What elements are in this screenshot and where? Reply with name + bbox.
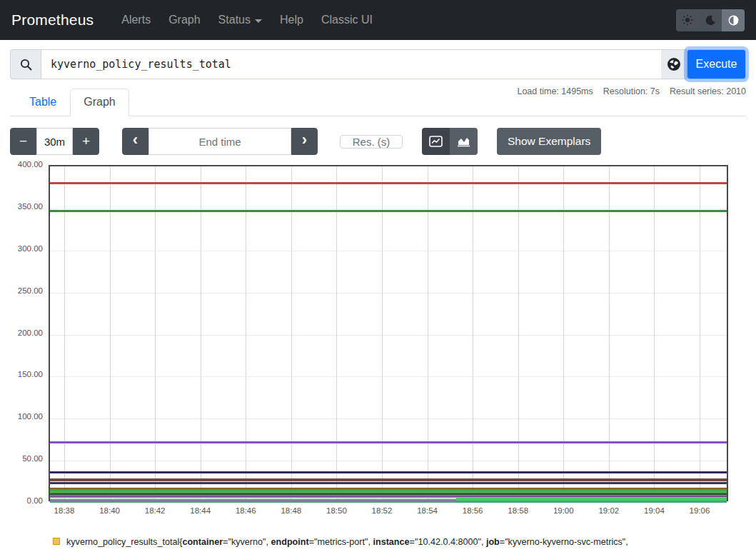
tab-graph[interactable]: Graph bbox=[70, 89, 128, 116]
area-chart-icon bbox=[457, 136, 470, 147]
x-tick-label: 18:38 bbox=[54, 506, 75, 515]
highlighted-series-segment bbox=[456, 498, 727, 501]
line-chart-icon bbox=[429, 136, 443, 147]
h-gridline bbox=[50, 376, 727, 377]
legend-swatch bbox=[53, 538, 60, 545]
query-input[interactable] bbox=[41, 49, 661, 79]
x-tick-label: 18:58 bbox=[508, 506, 528, 515]
resolution-input[interactable] bbox=[340, 135, 403, 149]
range-control: − + bbox=[10, 128, 99, 155]
auto-theme-icon bbox=[728, 15, 739, 26]
series-line-flat-23 bbox=[50, 482, 727, 484]
chevron-left-icon: ‹ bbox=[133, 140, 138, 143]
legend-line: kyverno_policy_results_total{container="… bbox=[66, 535, 662, 550]
v-gridline bbox=[609, 166, 610, 500]
nav-link-graph[interactable]: Graph bbox=[168, 14, 200, 26]
load-time: Load time: 1495ms bbox=[517, 86, 593, 96]
search-icon bbox=[20, 59, 32, 71]
end-time-input[interactable] bbox=[148, 128, 291, 155]
forward-time-button[interactable]: › bbox=[291, 128, 318, 155]
auto-theme-button[interactable] bbox=[722, 9, 745, 31]
x-tick-label: 19:00 bbox=[553, 506, 574, 515]
v-gridline bbox=[700, 166, 700, 500]
series-line-flat-380 bbox=[50, 182, 727, 184]
v-gridline bbox=[428, 166, 428, 500]
navbar: Prometheus AlertsGraphStatusHelpClassic … bbox=[0, 0, 756, 40]
x-tick-label: 19:02 bbox=[598, 506, 619, 515]
chart-type-toggle bbox=[422, 128, 478, 155]
x-tick-label: 19:06 bbox=[690, 506, 710, 515]
query-row: Execute bbox=[10, 49, 746, 79]
v-gridline bbox=[246, 166, 246, 500]
x-tick-label: 18:40 bbox=[99, 506, 120, 515]
result-series: Result series: 2010 bbox=[670, 86, 746, 96]
legend-label: kyverno_policy_results_total{container="… bbox=[66, 535, 662, 552]
metrics-explorer-globe-icon bbox=[667, 57, 681, 71]
light-theme-button[interactable] bbox=[676, 9, 699, 31]
y-tick-label: 150.00 bbox=[10, 370, 43, 378]
x-tick-label: 18:56 bbox=[463, 506, 483, 515]
x-tick-label: 19:04 bbox=[644, 506, 665, 515]
h-gridline bbox=[50, 335, 727, 336]
h-gridline bbox=[50, 209, 727, 209]
v-gridline bbox=[336, 166, 337, 500]
series-line-flat-36 bbox=[50, 471, 727, 473]
y-tick-label: 400.00 bbox=[10, 160, 43, 169]
stacked-chart-button[interactable] bbox=[450, 128, 478, 155]
show-exemplars-button[interactable]: Show Exemplars bbox=[497, 128, 601, 155]
y-tick-label: 100.00 bbox=[10, 412, 43, 421]
metrics-explorer-addon[interactable] bbox=[661, 49, 687, 79]
v-gridline bbox=[201, 166, 201, 500]
v-gridline bbox=[64, 166, 65, 500]
v-gridline bbox=[155, 166, 156, 500]
time-control: ‹ › bbox=[122, 128, 318, 155]
series-line-flat-26 bbox=[50, 480, 727, 481]
nav-link-alerts[interactable]: Alerts bbox=[121, 14, 151, 26]
y-tick-label: 0.00 bbox=[10, 496, 43, 505]
x-tick-label: 18:50 bbox=[326, 506, 347, 515]
h-gridline bbox=[50, 293, 727, 293]
v-gridline bbox=[473, 166, 473, 500]
increase-range-button[interactable]: + bbox=[73, 128, 99, 155]
resolution: Resolution: 7s bbox=[603, 86, 660, 96]
v-gridline bbox=[563, 166, 564, 500]
theme-toggle-group bbox=[676, 9, 745, 31]
graph-toolbar: − + ‹ › Show Exemplars bbox=[10, 128, 746, 155]
h-gridline bbox=[50, 461, 727, 461]
h-gridline bbox=[50, 251, 727, 251]
y-tick-label: 350.00 bbox=[10, 202, 43, 211]
line-chart-button[interactable] bbox=[422, 128, 450, 155]
nav-link-help[interactable]: Help bbox=[280, 14, 303, 26]
query-stats: Load time: 1495ms Resolution: 7s Result … bbox=[517, 86, 746, 96]
app-brand[interactable]: Prometheus bbox=[11, 11, 94, 29]
y-tick-label: 50.00 bbox=[10, 454, 43, 463]
y-tick-label: 200.00 bbox=[10, 328, 43, 337]
x-tick-label: 18:54 bbox=[417, 506, 438, 515]
v-gridline bbox=[518, 166, 519, 500]
plot-area[interactable] bbox=[49, 165, 728, 501]
nav-link-status[interactable]: Status bbox=[218, 14, 262, 26]
dark-theme-button[interactable] bbox=[699, 9, 722, 31]
execute-button[interactable]: Execute bbox=[687, 49, 746, 79]
x-tick-label: 18:42 bbox=[145, 506, 166, 515]
tab-table[interactable]: Table bbox=[16, 89, 70, 116]
x-tick-label: 18:48 bbox=[281, 506, 301, 515]
back-time-button[interactable]: ‹ bbox=[122, 128, 148, 155]
range-input[interactable] bbox=[36, 128, 73, 155]
search-addon bbox=[10, 49, 41, 79]
y-tick-label: 250.00 bbox=[10, 286, 43, 295]
legend-item[interactable]: kyverno_policy_results_total{container="… bbox=[53, 535, 746, 552]
sun-icon bbox=[682, 14, 693, 26]
legend-line: namespace="kyverno", pod="kyverno-kyvern… bbox=[66, 550, 662, 552]
v-gridline bbox=[382, 166, 383, 500]
x-tick-label: 18:46 bbox=[236, 506, 256, 515]
series-line-flat-72 bbox=[50, 441, 727, 443]
v-gridline bbox=[654, 166, 655, 500]
decrease-range-button[interactable]: − bbox=[10, 128, 36, 155]
y-tick-label: 300.00 bbox=[10, 244, 43, 253]
h-gridline bbox=[50, 418, 727, 419]
nav-link-classic-ui[interactable]: Classic UI bbox=[321, 14, 373, 26]
v-gridline bbox=[110, 166, 111, 500]
nav-links: AlertsGraphStatusHelpClassic UI bbox=[104, 14, 373, 26]
chart-container: 0.0050.00100.00150.00200.00250.00300.003… bbox=[10, 161, 746, 518]
